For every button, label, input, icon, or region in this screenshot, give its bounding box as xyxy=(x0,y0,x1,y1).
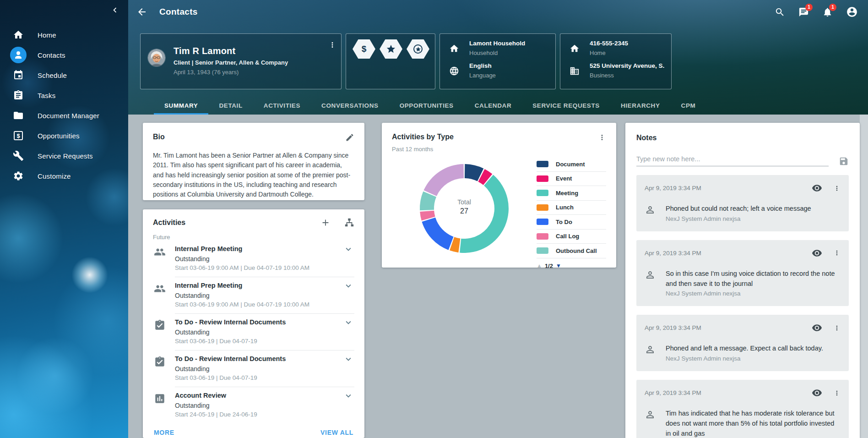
tab-service-requests[interactable]: SERVICE REQUESTS xyxy=(522,96,610,115)
legend-item-meeting[interactable]: Meeting xyxy=(537,186,606,201)
note-timestamp: Apr 9, 2019 3:34 PM xyxy=(645,324,701,331)
badge-star-circle[interactable] xyxy=(407,39,429,59)
hierarchy-view-icon[interactable] xyxy=(344,218,354,228)
notifications-badge: 1 xyxy=(829,4,836,11)
info-row[interactable]: 416-555-2345Home xyxy=(567,40,665,56)
page-title: Contacts xyxy=(159,7,198,17)
activity-status: Outstanding xyxy=(175,328,354,336)
activity-list-item[interactable]: To Do - Review Internal DocumentsOutstan… xyxy=(153,314,354,350)
note-author: NexJ System Admin nexjsa xyxy=(666,215,811,222)
new-note-input[interactable] xyxy=(636,153,829,166)
sidebar-item-schedule[interactable]: Schedule xyxy=(0,65,128,85)
note-text: Phoned and left a message. Expect a call… xyxy=(666,344,823,354)
activity-list-item[interactable]: Internal Prep MeetingOutstandingStart 03… xyxy=(153,277,354,314)
legend-item-event[interactable]: Event xyxy=(537,172,606,186)
contact-card-menu-icon[interactable] xyxy=(328,40,336,49)
sidebar-item-label: Home xyxy=(38,31,56,39)
badge-dollar[interactable]: $ xyxy=(353,39,375,59)
legend-label: Outbound Call xyxy=(556,247,597,254)
chevron-down-icon[interactable] xyxy=(343,281,353,291)
activities-group-label: Future xyxy=(153,234,354,241)
note-menu-icon[interactable] xyxy=(833,184,841,193)
chat-icon[interactable]: 1 xyxy=(798,7,809,17)
sidebar-item-tasks[interactable]: Tasks xyxy=(0,85,128,105)
tab-activities[interactable]: ACTIVITIES xyxy=(253,96,311,115)
edit-icon[interactable] xyxy=(345,133,354,142)
legend-item-outbound-call[interactable]: Outbound Call xyxy=(537,244,606,258)
note-text: Phoned but could not reach; left a voice… xyxy=(666,204,811,214)
account-icon[interactable] xyxy=(846,6,858,18)
legend-item-document[interactable]: Document xyxy=(537,157,606,172)
tab-cpm[interactable]: CPM xyxy=(671,96,706,115)
add-activity-icon[interactable] xyxy=(320,218,331,228)
legend-label: Call Log xyxy=(556,233,579,240)
note-menu-icon[interactable] xyxy=(833,389,841,398)
group-icon xyxy=(154,246,166,258)
sidebar-item-service-requests[interactable]: Service Requests xyxy=(0,146,128,166)
legend-page-up-icon[interactable]: ▲ xyxy=(537,263,542,269)
activity-dates: Start 03-06-19 9:00 AM | Due 04-07-19 10… xyxy=(175,264,354,271)
wrench-icon xyxy=(13,150,24,161)
contact-name-card: Tim R Lamont Client | Senior Partner, Al… xyxy=(140,33,342,89)
info-row[interactable]: Lamont HouseholdHousehold xyxy=(446,40,549,56)
activity-list-item[interactable]: Account ReviewOutstandingStart 24-05-19 … xyxy=(153,387,354,423)
legend-item-call-log[interactable]: Call Log xyxy=(537,230,606,244)
todo-icon xyxy=(154,319,166,331)
save-note-icon[interactable] xyxy=(839,156,849,166)
activity-list-item[interactable]: To Do - Review Internal DocumentsOutstan… xyxy=(153,350,354,387)
collapse-sidebar-icon[interactable] xyxy=(110,5,120,15)
info-primary: 416-555-2345 xyxy=(590,40,628,47)
activities-title: Activities xyxy=(153,219,185,227)
chevron-down-icon[interactable] xyxy=(343,354,353,364)
legend-item-to-do[interactable]: To Do xyxy=(537,215,606,230)
legend-label: Lunch xyxy=(556,204,574,211)
legend-label: To Do xyxy=(556,219,572,225)
sidebar-item-opportunities[interactable]: $Opportunities xyxy=(0,126,128,146)
info-secondary: Business xyxy=(590,72,665,79)
bio-title: Bio xyxy=(153,133,165,141)
tab-opportunities[interactable]: OPPORTUNITIES xyxy=(389,96,464,115)
sidebar-item-document-manager[interactable]: Document Manager xyxy=(0,105,128,126)
tab-conversations[interactable]: CONVERSATIONS xyxy=(311,96,389,115)
activity-dates: Start 03-06-19 | Due 04-07-19 xyxy=(175,374,354,381)
legend-page-down-icon[interactable]: ▼ xyxy=(556,263,561,269)
eye-icon[interactable] xyxy=(812,388,822,398)
appbar: Contacts 1 1 xyxy=(128,0,868,24)
tab-detail[interactable]: DETAIL xyxy=(208,96,253,115)
chart-menu-icon[interactable] xyxy=(598,133,606,142)
note-menu-icon[interactable] xyxy=(833,248,841,257)
sidebar-item-label: Customize xyxy=(38,172,71,180)
info-row[interactable]: 525 University Avenue, S...Business xyxy=(567,62,665,79)
contact-name: Tim R Lamont xyxy=(174,46,288,56)
sidebar-item-contacts[interactable]: Contacts xyxy=(0,45,128,65)
tab-summary[interactable]: SUMMARY xyxy=(154,96,208,115)
back-icon[interactable] xyxy=(136,6,147,17)
note-author: NexJ System Admin nexjsa xyxy=(666,290,841,297)
chevron-down-icon[interactable] xyxy=(343,391,353,401)
notifications-icon[interactable]: 1 xyxy=(822,7,833,17)
scrollbar-track[interactable] xyxy=(860,115,868,438)
activity-status: Outstanding xyxy=(175,402,354,409)
tab-calendar[interactable]: CALENDAR xyxy=(464,96,522,115)
legend-item-lunch[interactable]: Lunch xyxy=(537,201,606,215)
more-button[interactable]: MORE xyxy=(154,429,174,436)
eye-icon[interactable] xyxy=(812,323,822,333)
note-card: Apr 9, 2019 3:34 PMPhoned and left a mes… xyxy=(636,315,849,371)
notes-title: Notes xyxy=(636,134,849,142)
badge-star[interactable] xyxy=(380,39,402,59)
eye-icon[interactable] xyxy=(812,183,822,193)
search-icon[interactable] xyxy=(775,7,785,17)
sidebar-item-home[interactable]: Home xyxy=(0,25,128,45)
sidebar-item-customize[interactable]: Customize xyxy=(0,166,128,186)
view-all-button[interactable]: VIEW ALL xyxy=(320,429,353,436)
activity-list-item[interactable]: Internal Prep MeetingOutstandingStart 03… xyxy=(153,241,354,277)
legend-swatch xyxy=(537,219,548,225)
tab-hierarchy[interactable]: HIERARCHY xyxy=(610,96,671,115)
info-row[interactable]: EnglishLanguage xyxy=(446,62,549,79)
notes-panel: Notes Apr 9, 2019 3:34 PMPhoned but coul… xyxy=(625,123,860,438)
chevron-down-icon[interactable] xyxy=(343,244,353,254)
activity-status: Outstanding xyxy=(175,255,354,263)
chevron-down-icon[interactable] xyxy=(343,318,353,328)
eye-icon[interactable] xyxy=(812,248,822,258)
note-menu-icon[interactable] xyxy=(833,323,841,333)
